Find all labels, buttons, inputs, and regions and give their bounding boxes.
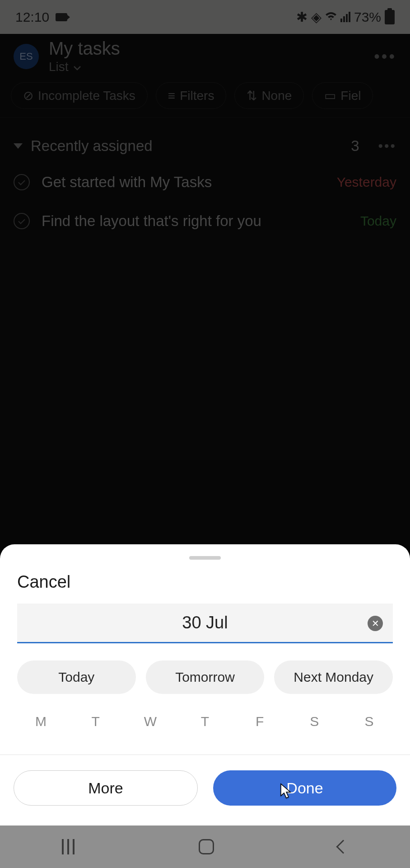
- cancel-button[interactable]: Cancel: [0, 572, 410, 604]
- day-of-week: S: [287, 706, 342, 734]
- android-nav-bar: [0, 826, 410, 868]
- done-button[interactable]: Done: [213, 770, 396, 806]
- calendar: MTWTFSS: [0, 706, 410, 750]
- day-of-week: S: [342, 706, 396, 734]
- drag-handle[interactable]: [189, 556, 221, 560]
- day-of-week: T: [177, 706, 232, 734]
- nav-home-button[interactable]: [199, 839, 214, 854]
- more-button[interactable]: More: [14, 770, 198, 806]
- clear-icon[interactable]: ✕: [368, 616, 383, 631]
- day-of-week: T: [68, 706, 123, 734]
- nav-back-button[interactable]: [336, 840, 350, 854]
- day-of-week: F: [233, 706, 287, 734]
- quick-next-monday[interactable]: Next Monday: [274, 660, 393, 694]
- day-of-week: W: [123, 706, 177, 734]
- quick-today[interactable]: Today: [17, 660, 136, 694]
- date-picker-sheet: Cancel ✕ Today Tomorrow Next Monday MTWT…: [0, 544, 410, 826]
- day-of-week: M: [14, 706, 68, 734]
- quick-tomorrow[interactable]: Tomorrow: [146, 660, 265, 694]
- date-input[interactable]: [17, 604, 393, 643]
- nav-recent-button[interactable]: [62, 839, 75, 854]
